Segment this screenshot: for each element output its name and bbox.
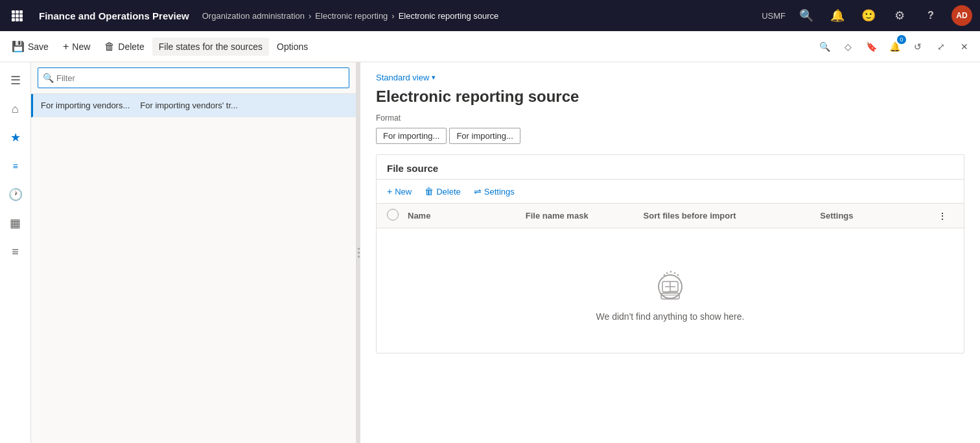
svg-rect-6 xyxy=(12,18,15,21)
file-source-title: File source xyxy=(387,163,953,174)
company-label[interactable]: USMF xyxy=(762,11,786,21)
format-tag-1[interactable]: For importing... xyxy=(376,128,447,144)
sidebar-all-modules[interactable]: ≡ xyxy=(3,239,29,265)
personalise-icon[interactable]: ◇ xyxy=(837,36,858,57)
breadcrumb-org[interactable]: Organization administration xyxy=(202,11,305,21)
list-item[interactable]: For importing vendors... For importing v… xyxy=(31,94,356,117)
list-item-col2: For importing vendors' tr... xyxy=(140,101,238,110)
settings-icon[interactable]: ⚙ xyxy=(889,5,910,26)
notification-icon[interactable]: 🔔 0 xyxy=(884,36,905,57)
file-states-label: File states for the sources xyxy=(159,42,262,52)
list-item-row: For importing vendors... For importing v… xyxy=(41,101,238,110)
detail-title: Electronic reporting source xyxy=(376,88,964,106)
list-item-col1: For importing vendors... xyxy=(41,101,130,110)
notification-badge: 0 xyxy=(897,35,906,44)
avatar[interactable]: AD xyxy=(951,5,972,26)
svg-rect-2 xyxy=(19,10,23,14)
table-select-all[interactable] xyxy=(387,209,408,222)
svg-rect-4 xyxy=(16,14,19,18)
th-name: Name xyxy=(408,211,526,221)
action-bar: 💾 Save + New 🗑 Delete File states for th… xyxy=(0,31,980,62)
th-settings: Settings xyxy=(820,211,938,221)
apps-grid-icon[interactable] xyxy=(8,6,26,25)
filter-input[interactable] xyxy=(38,67,349,88)
breadcrumb-current: Electronic reporting source xyxy=(399,11,499,21)
sidebar-recent[interactable]: 🕐 xyxy=(3,182,29,208)
sidebar-home[interactable]: ⌂ xyxy=(3,96,29,122)
refresh-icon[interactable]: ↺ xyxy=(907,36,928,57)
close-icon[interactable]: ✕ xyxy=(954,36,975,57)
resize-dot-1 xyxy=(358,248,360,250)
breadcrumb: Organization administration › Electronic… xyxy=(202,11,756,21)
fs-delete-button[interactable]: 🗑 Delete xyxy=(419,184,466,199)
fs-settings-button[interactable]: ⇌ Settings xyxy=(469,184,520,199)
th-more[interactable]: ⋮ xyxy=(938,211,953,221)
select-all-circle xyxy=(387,209,399,221)
top-bar-right: USMF 🔍 🔔 🙂 ⚙ ? AD xyxy=(762,5,972,26)
new-label: New xyxy=(72,42,90,52)
bell-icon[interactable]: 🔔 xyxy=(827,5,848,26)
fs-delete-icon: 🗑 xyxy=(425,186,434,197)
fs-delete-label: Delete xyxy=(436,187,461,197)
list-filter-area: 🔍 xyxy=(31,62,356,94)
sidebar-icons: ☰ ⌂ ★ ≡ 🕐 ▦ ≡ xyxy=(0,62,31,443)
breadcrumb-sep-2: › xyxy=(391,11,394,21)
fs-new-icon: + xyxy=(387,186,392,197)
format-tag-2[interactable]: For importing... xyxy=(449,128,520,144)
search-icon[interactable]: 🔍 xyxy=(796,5,817,26)
save-label: Save xyxy=(28,42,49,52)
empty-state-text: We didn't find anything to show here. xyxy=(596,311,745,322)
breadcrumb-er[interactable]: Electronic reporting xyxy=(315,11,388,21)
sidebar-favorites[interactable]: ★ xyxy=(3,125,29,150)
format-label: Format xyxy=(376,114,964,123)
sidebar-workspaces[interactable]: ▦ xyxy=(3,210,29,236)
bookmark-icon[interactable]: 🔖 xyxy=(861,36,881,57)
svg-rect-8 xyxy=(19,18,23,21)
fs-new-button[interactable]: + New xyxy=(382,184,417,199)
sidebar-menu-toggle[interactable]: ☰ xyxy=(3,67,29,93)
fs-settings-label: Settings xyxy=(484,187,515,197)
resize-dot-3 xyxy=(358,256,360,257)
action-search-icon[interactable]: 🔍 xyxy=(814,36,835,57)
list-panel: 🔍 For importing vendors... For importing… xyxy=(31,62,356,443)
file-source-section: File source + New 🗑 Delete ⇌ Settings xyxy=(376,154,964,353)
options-label: Options xyxy=(277,42,308,52)
breadcrumb-sep-1: › xyxy=(309,11,311,21)
action-bar-right: 🔍 ◇ 🔖 🔔 0 ↺ ⤢ ✕ xyxy=(814,36,975,57)
list-items: For importing vendors... For importing v… xyxy=(31,94,356,443)
new-button[interactable]: + New xyxy=(56,37,97,56)
svg-rect-0 xyxy=(12,10,15,14)
empty-state: We didn't find anything to show here. xyxy=(377,228,964,353)
chevron-down-icon: ▾ xyxy=(432,73,436,82)
delete-button[interactable]: 🗑 Delete xyxy=(98,37,150,56)
options-button[interactable]: Options xyxy=(270,38,314,56)
fullscreen-icon[interactable]: ⤢ xyxy=(931,36,951,57)
th-sort: Sort files before import xyxy=(644,211,821,221)
help-icon[interactable]: ? xyxy=(920,5,941,26)
svg-rect-3 xyxy=(12,14,15,18)
new-icon: + xyxy=(63,41,69,53)
svg-rect-5 xyxy=(19,14,23,18)
table-header: Name File name mask Sort files before im… xyxy=(377,204,964,228)
empty-state-icon xyxy=(649,259,691,301)
fs-settings-icon: ⇌ xyxy=(474,186,482,197)
file-states-button[interactable]: File states for the sources xyxy=(152,38,269,56)
th-mask: File name mask xyxy=(526,211,644,221)
delete-icon: 🗑 xyxy=(104,41,115,53)
format-tags: For importing... For importing... xyxy=(376,128,964,144)
resize-handle[interactable] xyxy=(356,62,360,443)
standard-view[interactable]: Standard view ▾ xyxy=(376,73,964,82)
save-button[interactable]: 💾 Save xyxy=(5,36,55,56)
resize-dots xyxy=(358,248,360,257)
sidebar-list[interactable]: ≡ xyxy=(3,153,29,179)
delete-label: Delete xyxy=(118,42,144,52)
detail-header: Standard view ▾ Electronic reporting sou… xyxy=(360,62,980,114)
feedback-icon[interactable]: 🙂 xyxy=(858,5,879,26)
format-section: Format For importing... For importing... xyxy=(360,114,980,154)
resize-dot-2 xyxy=(358,252,360,254)
app-title: Finance and Operations Preview xyxy=(31,10,197,21)
save-icon: 💾 xyxy=(12,40,25,53)
fs-new-label: New xyxy=(395,187,412,197)
file-source-header: File source xyxy=(377,155,964,180)
file-source-toolbar: + New 🗑 Delete ⇌ Settings xyxy=(377,180,964,204)
